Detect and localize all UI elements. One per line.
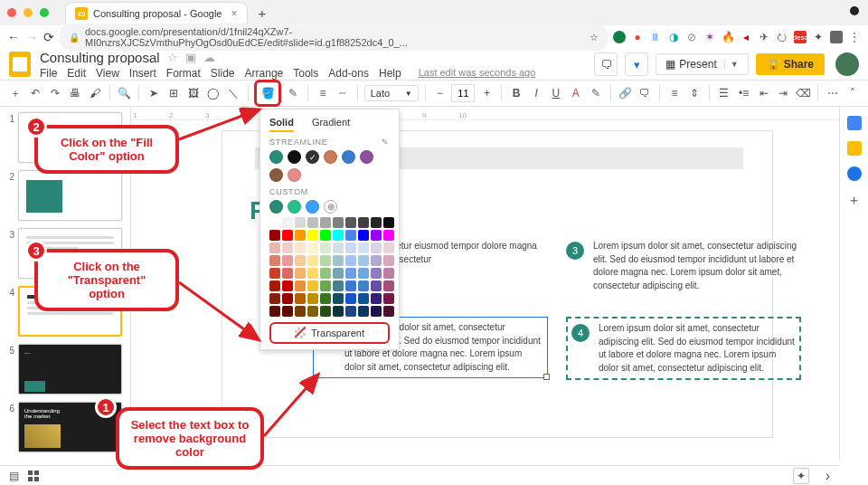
color-cell[interactable] (307, 242, 318, 253)
color-cell[interactable] (320, 230, 331, 241)
color-cell[interactable] (307, 217, 318, 228)
nav-reload-icon[interactable]: ⟳ (43, 30, 54, 44)
color-cell[interactable] (383, 255, 394, 266)
color-cell[interactable] (383, 306, 394, 317)
explore-button[interactable]: ✦ (793, 468, 809, 484)
color-cell[interactable] (358, 306, 369, 317)
zoom-button[interactable]: 🔍 (116, 83, 132, 103)
ext-icon[interactable]: ● (631, 31, 644, 43)
color-cell[interactable] (282, 293, 293, 304)
color-cell[interactable] (371, 281, 382, 291)
color-cell[interactable] (307, 255, 318, 266)
border-dash-button[interactable]: ┄ (335, 83, 351, 103)
color-cell[interactable] (307, 293, 318, 304)
color-cell[interactable] (345, 306, 356, 317)
comment-button[interactable]: 🗨 (637, 83, 653, 103)
indent-dec-button[interactable]: ⇤ (756, 83, 772, 103)
add-custom-color-button[interactable]: ⊕ (324, 200, 337, 214)
address-bar[interactable]: 🔒 docs.google.com/presentation/d/1fnil24… (60, 24, 608, 51)
color-cell[interactable] (333, 281, 344, 291)
color-cell[interactable] (371, 255, 382, 266)
color-cell[interactable] (383, 293, 394, 304)
font-size-inc[interactable]: + (478, 83, 495, 103)
menu-insert[interactable]: Insert (129, 67, 156, 80)
color-cell[interactable] (371, 242, 382, 253)
font-size-input[interactable] (451, 84, 475, 102)
color-cell[interactable] (358, 293, 369, 304)
color-cell[interactable] (333, 230, 344, 241)
grid-view-icon[interactable] (28, 471, 39, 481)
link-button[interactable]: 🔗 (618, 83, 634, 103)
color-cell[interactable] (282, 306, 293, 317)
ext-icon[interactable]: ✈ (758, 31, 770, 43)
color-cell[interactable] (282, 268, 293, 279)
slide-thumb[interactable] (18, 170, 122, 221)
paint-format-button[interactable]: 🖌 (87, 83, 103, 103)
last-edit-label[interactable]: Last edit was seconds ago (419, 67, 536, 80)
transparent-button[interactable]: Transparent (269, 322, 390, 344)
color-cell[interactable] (345, 255, 356, 266)
color-cell[interactable] (320, 242, 331, 253)
color-swatch[interactable] (288, 200, 301, 214)
color-cell[interactable] (371, 230, 382, 241)
color-cell[interactable] (345, 293, 356, 304)
font-selector[interactable]: Lato▼ (364, 85, 419, 101)
color-cell[interactable] (295, 242, 306, 253)
bold-button[interactable]: B (508, 83, 524, 103)
align-button[interactable]: ≡ (666, 83, 683, 103)
color-cell[interactable] (320, 268, 331, 279)
color-cell[interactable] (333, 306, 344, 317)
color-cell[interactable] (345, 230, 356, 241)
quad-4-dashed[interactable]: 4 Lorem ipsum dolor sit amet, consectetu… (566, 317, 801, 380)
color-cell[interactable] (282, 217, 293, 228)
color-swatch[interactable] (306, 150, 319, 164)
color-cell[interactable] (295, 268, 306, 279)
color-cell[interactable] (383, 281, 394, 291)
present-caret-icon[interactable]: ▼ (724, 60, 739, 69)
color-cell[interactable] (345, 217, 356, 228)
menu-tools[interactable]: Tools (293, 67, 318, 80)
color-swatch[interactable] (288, 168, 301, 182)
browser-overflow-icon[interactable] (850, 6, 859, 15)
color-cell[interactable] (383, 230, 394, 241)
color-cell[interactable] (333, 268, 344, 279)
color-cell[interactable] (295, 230, 306, 241)
new-slide-button[interactable]: ＋ (7, 83, 24, 103)
line-spacing-button[interactable]: ⇕ (686, 83, 703, 103)
color-swatch[interactable] (360, 150, 373, 164)
present-button[interactable]: ▦ Present ▼ (656, 53, 748, 75)
menu-arrange[interactable]: Arrange (245, 67, 284, 80)
new-tab-button[interactable]: + (259, 5, 267, 21)
color-cell[interactable] (269, 293, 280, 304)
color-cell[interactable] (320, 306, 331, 317)
color-cell[interactable] (269, 255, 280, 266)
list-bullet-button[interactable]: •≡ (736, 83, 752, 103)
browser-menu-icon[interactable]: ⋮ (848, 31, 861, 43)
color-cell[interactable] (307, 230, 318, 241)
color-cell[interactable] (345, 268, 356, 279)
color-cell[interactable] (358, 230, 369, 241)
color-cell[interactable] (307, 268, 318, 279)
color-swatch[interactable] (342, 150, 355, 164)
print-button[interactable]: 🖶 (67, 83, 83, 103)
color-cell[interactable] (358, 281, 369, 291)
slide-thumb[interactable]: — (18, 344, 122, 395)
color-cell[interactable] (383, 217, 394, 228)
color-cell[interactable] (333, 255, 344, 266)
border-color-button[interactable]: ✎ (285, 83, 301, 103)
comments-button[interactable]: 🗨 (594, 52, 618, 76)
ext-icon[interactable]: ◑ (667, 31, 680, 43)
browser-tab[interactable]: ▭ Consulting proposal - Google × (65, 2, 248, 24)
ext-icon[interactable]: ⭮ (776, 31, 788, 43)
color-swatch[interactable] (269, 200, 283, 214)
menu-help[interactable]: Help (379, 67, 401, 80)
color-cell[interactable] (269, 306, 280, 317)
color-cell[interactable] (269, 217, 280, 228)
color-cell[interactable] (358, 255, 369, 266)
color-cell[interactable] (383, 242, 394, 253)
color-cell[interactable] (320, 293, 331, 304)
color-cell[interactable] (345, 281, 356, 291)
tab-gradient[interactable]: Gradient (312, 117, 350, 132)
color-cell[interactable] (371, 306, 382, 317)
ext-icon[interactable] (613, 31, 626, 43)
